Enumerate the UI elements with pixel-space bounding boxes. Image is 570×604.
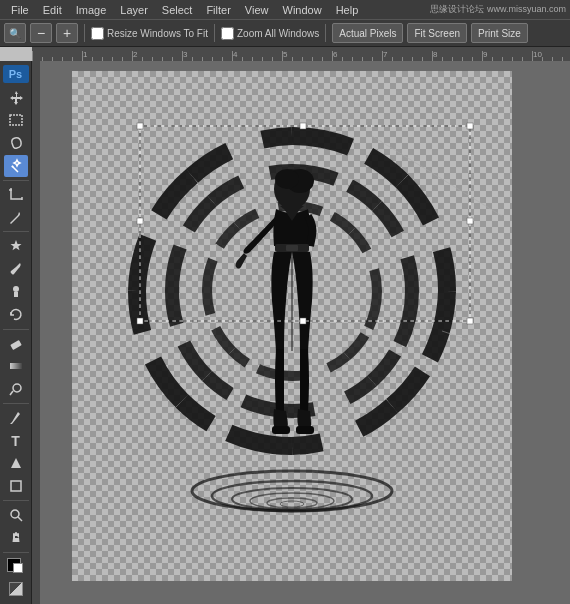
ruler-horizontal (32, 47, 570, 61)
tool-marquee-lasso[interactable] (4, 132, 28, 154)
tool-fg-bg[interactable] (4, 556, 28, 578)
tool-zoom[interactable] (4, 504, 28, 526)
menu-view[interactable]: View (238, 0, 276, 19)
tool-hand[interactable] (4, 527, 28, 549)
tool-shape[interactable] (4, 475, 28, 497)
svg-line-7 (10, 391, 13, 395)
tool-mask[interactable] (4, 578, 28, 600)
zoom-all-label[interactable]: Zoom All Windows (221, 27, 319, 40)
menu-file[interactable]: File (4, 0, 36, 19)
tool-dodge[interactable] (4, 378, 28, 400)
resize-windows-label[interactable]: Resize Windows To Fit (91, 27, 208, 40)
svg-point-9 (11, 510, 19, 518)
print-size-btn[interactable]: Print Size (471, 23, 528, 43)
tool-eyedropper[interactable] (4, 207, 28, 229)
toolbar-sep-3 (325, 24, 326, 42)
actual-pixels-btn[interactable]: Actual Pixels (332, 23, 403, 43)
watermark: 思缘设计论坛 www.missyuan.com (430, 3, 566, 16)
svg-rect-4 (10, 340, 22, 350)
toolbox: Ps (0, 61, 32, 604)
tool-magic-wand[interactable] (4, 155, 28, 177)
svg-rect-5 (10, 363, 22, 369)
zoom-all-checkbox[interactable] (221, 27, 234, 40)
tool-text[interactable]: T (4, 430, 28, 452)
tool-path[interactable] (4, 452, 28, 474)
tool-eraser[interactable] (4, 333, 28, 355)
menu-image[interactable]: Image (69, 0, 114, 19)
ruler-vertical (32, 61, 40, 604)
svg-point-1 (11, 166, 13, 168)
toolbar-sep-2 (214, 24, 215, 42)
tool-move[interactable] (4, 87, 28, 109)
canvas-area[interactable] (32, 61, 570, 604)
toolbar-sep-1 (84, 24, 85, 42)
toolbar: 🔍 − + Resize Windows To Fit Zoom All Win… (0, 19, 570, 47)
menu-window[interactable]: Window (276, 0, 329, 19)
tool-divider-2 (3, 231, 29, 232)
tool-crop[interactable] (4, 184, 28, 206)
svg-point-2 (13, 286, 19, 292)
zoom-tool-btn[interactable]: 🔍 (4, 23, 26, 43)
zoom-plus-btn[interactable]: + (56, 23, 78, 43)
svg-rect-3 (14, 292, 18, 297)
zoom-minus-btn[interactable]: − (30, 23, 52, 43)
tool-stamp[interactable] (4, 281, 28, 303)
menu-filter[interactable]: Filter (199, 0, 237, 19)
tool-healing[interactable] (4, 235, 28, 257)
svg-point-6 (13, 384, 21, 392)
tool-history[interactable] (4, 304, 28, 326)
tool-brush[interactable] (4, 258, 28, 280)
transparency-grid (72, 71, 512, 581)
tool-gradient[interactable] (4, 355, 28, 377)
main-area: Ps (0, 61, 570, 604)
fit-screen-btn[interactable]: Fit Screen (407, 23, 467, 43)
svg-rect-8 (11, 481, 21, 491)
ps-logo: Ps (3, 65, 29, 83)
tool-divider-5 (3, 500, 29, 501)
tool-divider-6 (3, 552, 29, 553)
tool-divider-1 (3, 180, 29, 181)
menu-help[interactable]: Help (329, 0, 366, 19)
svg-line-10 (18, 517, 22, 521)
tool-divider-3 (3, 329, 29, 330)
menu-layer[interactable]: Layer (113, 0, 155, 19)
resize-windows-checkbox[interactable] (91, 27, 104, 40)
menu-bar: File Edit Image Layer Select Filter View… (0, 0, 570, 19)
menu-edit[interactable]: Edit (36, 0, 69, 19)
tool-divider-4 (3, 403, 29, 404)
menu-select[interactable]: Select (155, 0, 200, 19)
tool-pen[interactable] (4, 407, 28, 429)
svg-rect-0 (10, 115, 22, 125)
tool-marquee-rect[interactable] (4, 110, 28, 132)
